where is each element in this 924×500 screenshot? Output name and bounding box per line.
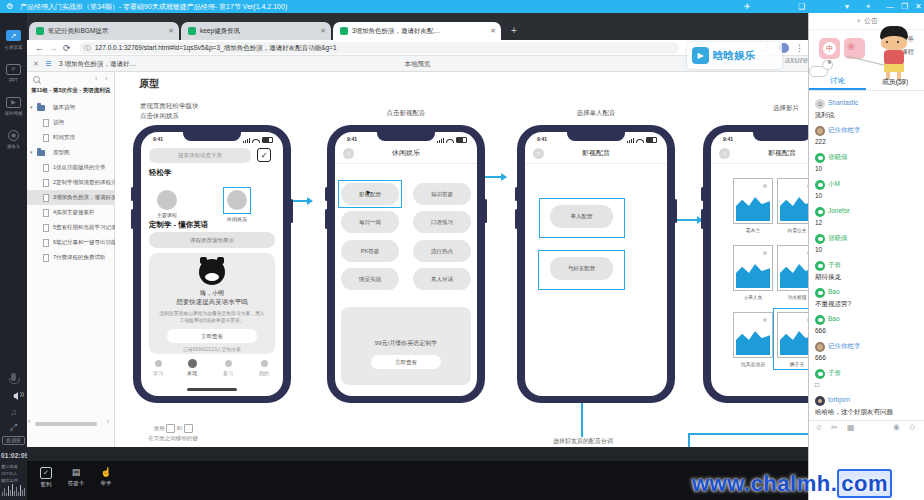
grid-scenario[interactable]: 情景实战 — [341, 268, 399, 290]
right-key-icon: → — [184, 424, 193, 433]
grid-trending[interactable]: 流行热点 — [413, 240, 471, 262]
new-tab-button[interactable]: + — [507, 24, 521, 38]
course-banner[interactable]: 课程推荐滚动展示 — [149, 232, 275, 248]
browser-tab-2[interactable]: keep健身资讯 ✕ — [181, 22, 331, 40]
tab-learn[interactable]: 学习 — [145, 360, 171, 376]
grid-speaking[interactable]: 口语练习 — [413, 211, 471, 233]
player-control-bar: ✓ 签到 ▤ 答题卡 ☝ 举手 — [27, 461, 808, 500]
back-icon[interactable]: ← — [35, 40, 44, 56]
view-now-button[interactable]: 立即查看 — [167, 329, 257, 343]
grid-quiz[interactable]: 知识答题 — [413, 183, 471, 205]
search-bar[interactable]: 搜索课程或查字典 — [149, 148, 251, 163]
category-leisure-icon[interactable] — [227, 190, 247, 210]
play-video-button[interactable]: ▶ 播放视频 — [0, 90, 27, 116]
send-plane-icon[interactable]: ✈ — [744, 0, 751, 13]
movie-card-toystory[interactable] — [733, 312, 773, 358]
grid-pk-quiz[interactable]: PK答题 — [341, 240, 399, 262]
tree-folder-version[interactable]: ▾ 版本说明 — [27, 100, 115, 115]
tree-page-1[interactable]: 1优化功能版块的分类 — [27, 160, 115, 175]
avatar — [815, 207, 825, 217]
movie-card-mulan[interactable] — [733, 178, 773, 224]
chat-message: 记住你姓李666 — [809, 341, 924, 368]
tree-page-2[interactable]: 2定制学增加清楚的课程介… — [27, 175, 115, 190]
chat-message: Bao666 — [809, 314, 924, 341]
category-theme-icon[interactable] — [157, 190, 177, 210]
movie-card-mermaid[interactable] — [733, 245, 773, 291]
answer-card-button[interactable]: ▤ 答题卡 — [63, 466, 89, 487]
music-icon[interactable]: ♫ — [0, 407, 27, 417]
search-icon[interactable] — [33, 76, 40, 83]
tab-review[interactable]: 复习 — [215, 360, 241, 376]
tree-page-shuoming[interactable]: 说明 — [27, 115, 115, 130]
friend-dubbing-button[interactable]: 与好友配音 — [550, 257, 613, 280]
collapse-left-icon[interactable]: ‹ — [95, 75, 97, 82]
tab-mine[interactable]: 我的 — [251, 360, 277, 376]
raise-hand-button[interactable]: ☝ 举手 — [93, 466, 119, 487]
tree-page-5[interactable]: 5查看往期和当前学习记录 — [27, 220, 115, 235]
address-bar[interactable]: ⓘ 127.0.0.1:32769/start.html#id=1qsSv5&p… — [79, 42, 679, 54]
movie-card-lionking[interactable] — [777, 312, 808, 358]
settings-icon[interactable]: ✩ — [909, 423, 916, 432]
avatar — [815, 261, 825, 271]
tree-page-4[interactable]: 4添加主题搜索栏 — [27, 205, 115, 220]
speaker-icon[interactable] — [9, 392, 18, 400]
movie-label: 小美人鱼 — [731, 294, 775, 300]
camera-button[interactable]: ◉ 摄像头 — [0, 123, 27, 149]
collapse-right-icon[interactable]: › — [105, 75, 107, 82]
restore-icon[interactable]: ❐ — [901, 0, 908, 13]
tab-close-icon[interactable]: ✕ — [490, 22, 496, 40]
hscroll-right-icon[interactable]: › — [107, 418, 109, 425]
promo-view-button[interactable]: 立即查看 — [371, 355, 441, 369]
emoji-icon[interactable]: ☺ — [815, 423, 823, 432]
url-text: 127.0.0.1:32769/start.html#id=1qsSv5&p=3… — [95, 42, 673, 54]
greeting-text: 嗨，小明 — [149, 289, 275, 298]
prototype-canvas: 原型 发现页面轻松学版块点击休闲娱乐 点击影视配音 选择单人配音 选择影片 选择… — [115, 72, 808, 447]
info-icon[interactable]: ⓘ — [84, 42, 91, 54]
scissors-icon[interactable]: ✂ — [831, 423, 838, 432]
avatar — [815, 180, 825, 190]
minimize-icon[interactable]: — — [886, 0, 894, 13]
share-screen-button[interactable]: ↗ 分享屏幕 — [0, 24, 27, 50]
movie-card-snowwhite[interactable] — [777, 178, 808, 224]
browser-tab-3-active[interactable]: 3增加角色扮演，邀请好友配… ✕ — [333, 22, 501, 40]
share-icon[interactable]: ❏ — [798, 0, 805, 13]
grid-live-chat[interactable]: 真人对话 — [413, 268, 471, 290]
grid-daily-read[interactable]: 每日一阅 — [341, 211, 399, 233]
stat-views-count: 26735人 — [1, 471, 17, 476]
browser-menu-icon[interactable]: ⋮ — [795, 40, 804, 56]
checkin-icon: ✓ — [40, 467, 52, 479]
tab-close-icon[interactable]: ✕ — [320, 22, 326, 40]
calendar-check-icon[interactable]: ✓ — [257, 148, 271, 162]
ppt-button[interactable]: P PPT — [0, 57, 27, 83]
tree-folder-prototype[interactable]: ▾ 原型图 — [27, 145, 115, 160]
tree-page-7[interactable]: 7付费课程的免费试听 — [27, 250, 115, 265]
play-video-icon: ▶ — [6, 97, 21, 108]
phone-side-button — [325, 187, 328, 201]
tree-page-6[interactable]: 6笔记分享和一键导出功能 — [27, 235, 115, 250]
checkin-button[interactable]: ✓ 签到 — [33, 466, 59, 488]
reload-icon[interactable]: ⟳ — [63, 40, 71, 56]
ppt-icon: P — [6, 64, 21, 75]
tab-close-icon[interactable]: ✕ — [168, 22, 174, 40]
pin-icon[interactable]: ⌖ — [866, 0, 871, 13]
tab-members[interactable]: 成员(58) — [866, 77, 924, 87]
image-icon[interactable]: ▦ — [847, 423, 855, 432]
phone-notch — [377, 132, 435, 141]
dropdown-icon[interactable]: ▾ — [845, 0, 849, 13]
browser-tab-1[interactable]: 笔记分类和BGM提示 ✕ — [29, 22, 179, 40]
forward-icon[interactable]: → — [49, 40, 58, 56]
page-icon — [43, 164, 49, 172]
hscroll-left-icon[interactable]: ‹ — [28, 418, 30, 425]
tab-discussion[interactable]: 讨论 — [809, 76, 866, 86]
microphone-icon[interactable] — [11, 373, 16, 381]
close-icon[interactable]: ✕ — [915, 0, 922, 13]
tree-page-schedule[interactable]: 时间安排 — [27, 130, 115, 145]
tree-page-3-selected[interactable]: 3增加角色扮演，邀请好友… — [27, 190, 115, 205]
expand-icon[interactable]: ⤢ — [0, 422, 27, 432]
movie-card-kungfupanda[interactable] — [777, 245, 808, 291]
reward-icon[interactable]: ❀ — [893, 423, 900, 432]
hscrollbar-thumb[interactable] — [35, 422, 97, 426]
tab-discover-active[interactable]: 发现 — [179, 359, 205, 376]
fit-mode-badge[interactable]: 自适应 — [2, 436, 25, 445]
solo-dubbing-button[interactable]: 单人配音 — [550, 205, 613, 228]
